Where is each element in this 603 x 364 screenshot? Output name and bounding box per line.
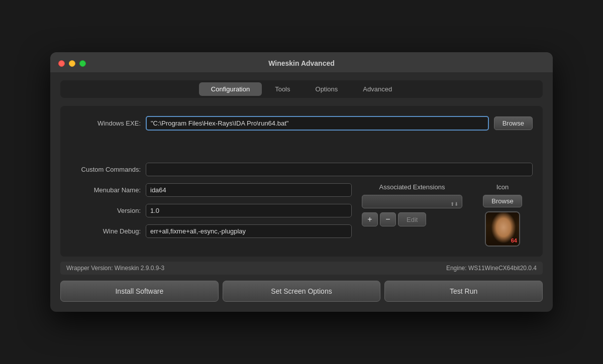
window-title: Wineskin Advanced	[268, 59, 335, 67]
windows-exe-label: Windows EXE:	[70, 119, 141, 127]
set-screen-options-button[interactable]: Set Screen Options	[223, 281, 381, 302]
test-run-button[interactable]: Test Run	[384, 281, 543, 302]
icon-section: Icon Browse 64	[472, 183, 533, 247]
menubar-name-label: Menubar Name:	[70, 186, 141, 194]
icon-label: Icon	[496, 183, 509, 191]
engine-text: Engine: WS11WineCX64bit20.0.4	[446, 265, 537, 272]
main-panel: Windows EXE: Browse Custom Commands: Men…	[60, 106, 543, 257]
wine-debug-label: Wine Debug:	[70, 227, 141, 235]
remove-ext-button[interactable]: −	[380, 212, 396, 226]
edit-ext-button[interactable]: Edit	[398, 212, 426, 226]
tab-tools[interactable]: Tools	[263, 82, 302, 96]
custom-commands-label: Custom Commands:	[70, 166, 141, 173]
minimize-button[interactable]	[69, 60, 75, 67]
icon-browse-button[interactable]: Browse	[483, 195, 522, 207]
browse-button[interactable]: Browse	[494, 116, 533, 130]
tab-bar: Configuration Tools Options Advanced	[60, 80, 543, 98]
titlebar: Wineskin Advanced	[50, 52, 553, 72]
associated-extensions-section: Associated Extensions + − Edit	[362, 183, 462, 247]
traffic-lights	[58, 60, 86, 67]
main-window: Wineskin Advanced Configuration Tools Op…	[50, 52, 553, 312]
tab-configuration[interactable]: Configuration	[199, 82, 262, 96]
windows-exe-input[interactable]	[146, 116, 489, 131]
bottom-section: Menubar Name: Version: Wine Debug:	[70, 183, 533, 247]
tab-options[interactable]: Options	[304, 82, 350, 96]
ext-dropdown-wrapper	[362, 195, 462, 212]
wrapper-version-text: Wrapper Version: Wineskin 2.9.0.9-3	[66, 265, 164, 272]
icon-preview: 64	[485, 211, 520, 247]
version-row: Version:	[70, 204, 352, 217]
content-area: Configuration Tools Options Advanced Win…	[50, 72, 553, 312]
custom-commands-row: Custom Commands:	[70, 163, 533, 176]
tab-advanced[interactable]: Advanced	[351, 82, 404, 96]
wine-debug-input[interactable]	[146, 224, 352, 238]
menubar-name-input[interactable]	[146, 183, 352, 197]
right-section: Associated Extensions + − Edit	[362, 183, 533, 247]
wine-debug-row: Wine Debug:	[70, 224, 352, 238]
left-fields: Menubar Name: Version: Wine Debug:	[70, 183, 352, 245]
spacer	[70, 138, 533, 163]
windows-exe-row: Windows EXE: Browse	[70, 116, 533, 131]
menubar-name-row: Menubar Name:	[70, 183, 352, 197]
add-ext-button[interactable]: +	[362, 212, 378, 226]
icon-64-badge: 64	[511, 237, 517, 244]
version-input[interactable]	[146, 204, 352, 217]
install-software-button[interactable]: Install Software	[60, 281, 219, 302]
status-bar: Wrapper Version: Wineskin 2.9.0.9-3 Engi…	[60, 262, 543, 275]
ext-buttons: + − Edit	[362, 212, 462, 226]
version-label: Version:	[70, 207, 141, 214]
close-button[interactable]	[58, 60, 65, 67]
associated-extensions-label: Associated Extensions	[362, 183, 462, 191]
fullscreen-button[interactable]	[79, 60, 86, 67]
ext-dropdown[interactable]	[362, 195, 462, 208]
custom-commands-input[interactable]	[146, 163, 533, 176]
bottom-buttons: Install Software Set Screen Options Test…	[60, 281, 543, 302]
